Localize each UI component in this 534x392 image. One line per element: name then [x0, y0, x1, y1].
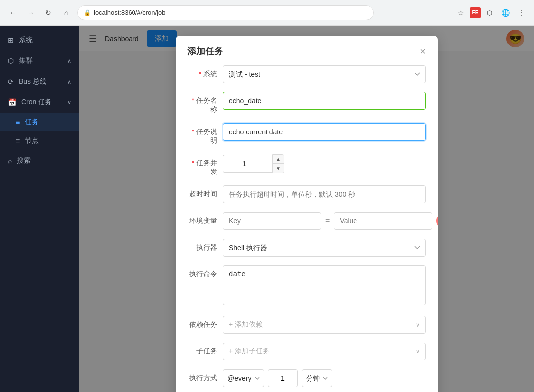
- deps-control: + 添加依赖 ∨: [223, 316, 426, 334]
- sidebar-sub-item-jobs-label: 任务: [25, 118, 39, 127]
- sidebar: ⊞ 系统 ⬡ 集群 ∧ ⟳ Bus 总线 ∧ 📅 Cron 任务 ∨ ≡ 任务 …: [0, 26, 79, 392]
- forward-button[interactable]: →: [24, 6, 38, 20]
- task-desc-label: 任务说明: [187, 123, 223, 145]
- sidebar-item-system[interactable]: ⊞ 系统: [0, 30, 79, 50]
- timeout-label: 超时时间: [187, 185, 223, 199]
- timeout-input[interactable]: [223, 185, 426, 203]
- system-select[interactable]: 测试 - test: [223, 65, 426, 83]
- exec-method-field-row: 执行方式 @every 分钟: [187, 369, 426, 387]
- exec-method-select[interactable]: @every: [223, 369, 264, 387]
- concurrency-field-row: 任务并发 ▲ ▼: [187, 154, 426, 176]
- exec-method-control: @every 分钟: [223, 369, 426, 387]
- cron-arrow-icon: ∨: [67, 99, 71, 106]
- content-area: ☰ Dashboard 添加 😎 添加任务 × 系统 测试 - t: [79, 26, 534, 392]
- deps-label: 依赖任务: [187, 316, 223, 329]
- sidebar-sub-item-jobs[interactable]: ≡ 任务: [0, 113, 79, 131]
- task-name-input[interactable]: [223, 92, 426, 110]
- concurrency-control: ▲ ▼: [223, 154, 426, 173]
- home-button[interactable]: ⌂: [59, 6, 73, 20]
- nodes-icon: ≡: [16, 137, 20, 145]
- add-task-modal: 添加任务 × 系统 测试 - test 任务名称: [176, 36, 438, 392]
- sidebar-sub-item-nodes[interactable]: ≡ 节点: [0, 131, 79, 150]
- task-name-control: [223, 92, 426, 110]
- modal-header: 添加任务 ×: [176, 36, 438, 65]
- env-value-input[interactable]: [334, 212, 432, 230]
- reload-button[interactable]: ↻: [42, 6, 55, 20]
- concurrency-label: 任务并发: [187, 154, 223, 176]
- env-field-row: 环境变量 = 🗑 +: [187, 212, 426, 230]
- command-textarea[interactable]: date: [223, 265, 426, 305]
- sidebar-item-system-label: 系统: [19, 36, 33, 44]
- bookmark-button[interactable]: ☆: [454, 6, 468, 20]
- cluster-icon: ⬡: [8, 57, 14, 65]
- subtask-control: + 添加子任务 ∨: [223, 343, 426, 360]
- browser-chrome: ← → ↻ ⌂ 🔒 localhost:8360/#/cron/job ☆ FE…: [0, 0, 534, 26]
- command-control: date: [223, 265, 426, 307]
- env-delete-button[interactable]: 🗑: [436, 213, 438, 229]
- task-name-label: 任务名称: [187, 92, 223, 114]
- subtask-select[interactable]: + 添加子任务 ∨: [223, 343, 426, 360]
- exec-unit-select[interactable]: 分钟: [302, 369, 332, 387]
- language-button[interactable]: 🌐: [498, 6, 512, 20]
- sidebar-item-bus[interactable]: ⟳ Bus 总线 ∧: [0, 71, 79, 92]
- spinner-down-button[interactable]: ▼: [273, 164, 284, 173]
- env-row: = 🗑 +: [223, 212, 438, 230]
- task-desc-control: [223, 123, 426, 141]
- sidebar-item-search[interactable]: ⌕ 搜索: [0, 150, 79, 171]
- modal-title: 添加任务: [187, 45, 223, 57]
- extensions-button[interactable]: ⬡: [483, 6, 496, 20]
- modal-close-button[interactable]: ×: [420, 46, 426, 56]
- task-name-field-row: 任务名称: [187, 92, 426, 114]
- menu-button[interactable]: ⋮: [514, 6, 528, 20]
- browser-actions: ☆ FE ⬡ 🌐 ⋮: [454, 6, 528, 20]
- cluster-arrow-icon: ∧: [67, 58, 71, 64]
- bus-arrow-icon: ∧: [67, 79, 71, 85]
- command-label: 执行命令: [187, 265, 223, 279]
- subtask-arrow-icon: ∨: [416, 348, 420, 355]
- deps-arrow-icon: ∨: [416, 322, 420, 328]
- sidebar-item-cluster-label: 集群: [19, 56, 33, 65]
- jobs-icon: ≡: [16, 118, 20, 126]
- subtask-label: 子任务: [187, 343, 223, 356]
- subtask-field-row: 子任务 + 添加子任务 ∨: [187, 343, 426, 360]
- cron-icon: 📅: [8, 98, 16, 106]
- deps-placeholder: + 添加依赖: [229, 320, 263, 329]
- executor-label: 执行器: [187, 239, 223, 252]
- subtask-placeholder: + 添加子任务: [229, 347, 269, 356]
- sidebar-sub-item-nodes-label: 节点: [25, 136, 39, 145]
- command-field-row: 执行命令 date: [187, 265, 426, 307]
- search-icon: ⌕: [8, 157, 12, 165]
- spinner-buttons: ▲ ▼: [272, 154, 284, 173]
- timeout-control: [223, 185, 426, 203]
- main-layout: ⊞ 系统 ⬡ 集群 ∧ ⟳ Bus 总线 ∧ 📅 Cron 任务 ∨ ≡ 任务 …: [0, 26, 534, 392]
- spinner-up-button[interactable]: ▲: [273, 155, 284, 164]
- sidebar-item-cron-label: Cron 任务: [21, 98, 52, 107]
- lock-icon: 🔒: [84, 9, 91, 16]
- concurrency-spinner: ▲ ▼: [223, 154, 426, 173]
- back-button[interactable]: ←: [6, 6, 20, 20]
- sidebar-item-cron[interactable]: 📅 Cron 任务 ∨: [0, 92, 79, 113]
- concurrency-input[interactable]: [223, 155, 272, 173]
- system-label: 系统: [187, 65, 223, 79]
- env-label: 环境变量: [187, 212, 223, 225]
- executor-field-row: 执行器 Shell 执行器: [187, 239, 426, 257]
- sidebar-item-bus-label: Bus 总线: [19, 77, 46, 86]
- fe-extension-icon[interactable]: FE: [470, 7, 481, 18]
- executor-control: Shell 执行器: [223, 239, 426, 257]
- deps-field-row: 依赖任务 + 添加依赖 ∨: [187, 316, 426, 334]
- executor-select[interactable]: Shell 执行器: [223, 239, 426, 257]
- task-desc-input[interactable]: [223, 123, 426, 141]
- deps-select[interactable]: + 添加依赖 ∨: [223, 316, 426, 334]
- bus-icon: ⟳: [8, 78, 14, 86]
- system-icon: ⊞: [8, 36, 14, 44]
- address-bar[interactable]: 🔒 localhost:8360/#/cron/job: [77, 5, 374, 20]
- exec-method-label: 执行方式: [187, 369, 223, 383]
- env-key-input[interactable]: [223, 212, 321, 230]
- sidebar-item-search-label: 搜索: [17, 156, 31, 165]
- sidebar-item-cluster[interactable]: ⬡ 集群 ∧: [0, 50, 79, 71]
- timeout-field-row: 超时时间: [187, 185, 426, 203]
- exec-method-row: @every 分钟: [223, 369, 426, 387]
- env-equals-sign: =: [325, 217, 330, 225]
- system-field-row: 系统 测试 - test: [187, 65, 426, 83]
- exec-interval-input[interactable]: [268, 369, 298, 387]
